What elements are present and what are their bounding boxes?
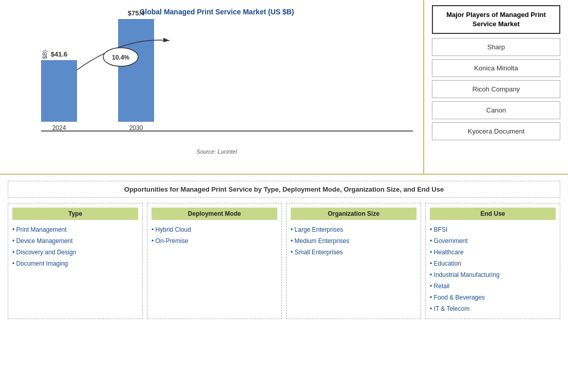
deployment-list: Hybrid Cloud On-Premise	[152, 224, 277, 247]
list-item: Food & Beverages	[430, 292, 556, 303]
baseline	[41, 130, 413, 132]
org-size-column: Organization Size Large Enterprises Medi…	[286, 203, 421, 319]
list-item: Hybrid Cloud	[152, 224, 277, 235]
list-item: Device Management	[12, 235, 138, 247]
bar-2024: $41.6 2024	[41, 50, 77, 132]
opportunities-title: Opportunities for Managed Print Service …	[8, 181, 560, 198]
type-column: Type Print Management Device Management …	[8, 203, 143, 319]
list-item: Healthcare	[430, 247, 556, 258]
list-item: IT & Telecom	[430, 303, 556, 314]
deployment-header: Deployment Mode	[152, 208, 277, 220]
type-list: Print Management Device Management Disco…	[12, 224, 138, 269]
top-section: Global Managed Print Service Market (US …	[0, 0, 568, 175]
columns-row: Type Print Management Device Management …	[8, 203, 560, 319]
end-use-column: End Use BFSI Government Healthcare Educa…	[425, 203, 560, 319]
org-size-list: Large Enterprises Medium Enterprises Sma…	[291, 224, 416, 258]
chart-area: Global Managed Print Service Market (US …	[0, 0, 424, 174]
player-kyocera: Kyocera Document	[432, 122, 560, 140]
bottom-section: Opportunities for Managed Print Service …	[0, 175, 568, 324]
list-item: On-Premise	[152, 235, 277, 247]
bar-2030-value: $75.4	[128, 9, 145, 17]
type-header: Type	[12, 208, 138, 220]
list-item: Industrial Manufacturing	[430, 269, 556, 281]
players-list: Sharp Konica Minolta Ricoh Company Canon…	[432, 38, 560, 140]
bar-2024-rect	[41, 60, 77, 122]
right-panel: Major Players of Managed Print Service M…	[424, 0, 568, 174]
bar-2024-value: $41.6	[51, 50, 68, 58]
bar-2030: $75.4 2030	[118, 9, 154, 132]
player-sharp: Sharp	[432, 38, 560, 56]
source-text: Source: Lucintel	[21, 148, 413, 155]
list-item: Large Enterprises	[291, 224, 416, 235]
list-item: Government	[430, 235, 556, 247]
bars-group: $41.6 2024 $75.4 2030	[41, 21, 413, 144]
player-ricoh: Ricoh Company	[432, 80, 560, 98]
list-item: Small Enterprises	[291, 247, 416, 258]
list-item: Print Management	[12, 224, 138, 235]
major-players-title: Major Players of Managed Print Service M…	[432, 5, 560, 34]
end-use-list: BFSI Government Healthcare Education Ind…	[430, 224, 556, 314]
list-item: Retail	[430, 281, 556, 292]
player-canon: Canon	[432, 101, 560, 119]
chart-title: Global Managed Print Service Market (US …	[21, 8, 413, 16]
bar-2030-rect	[118, 19, 154, 122]
list-item: Medium Enterprises	[291, 235, 416, 247]
list-item: Education	[430, 258, 556, 269]
list-item: Document Imaging	[12, 258, 138, 269]
org-size-header: Organization Size	[291, 208, 416, 220]
list-item: Discovery and Design	[12, 247, 138, 258]
player-konica: Konica Minolta	[432, 59, 560, 77]
list-item: BFSI	[430, 224, 556, 235]
deployment-column: Deployment Mode Hybrid Cloud On-Premise	[147, 203, 282, 319]
end-use-header: End Use	[430, 208, 556, 220]
